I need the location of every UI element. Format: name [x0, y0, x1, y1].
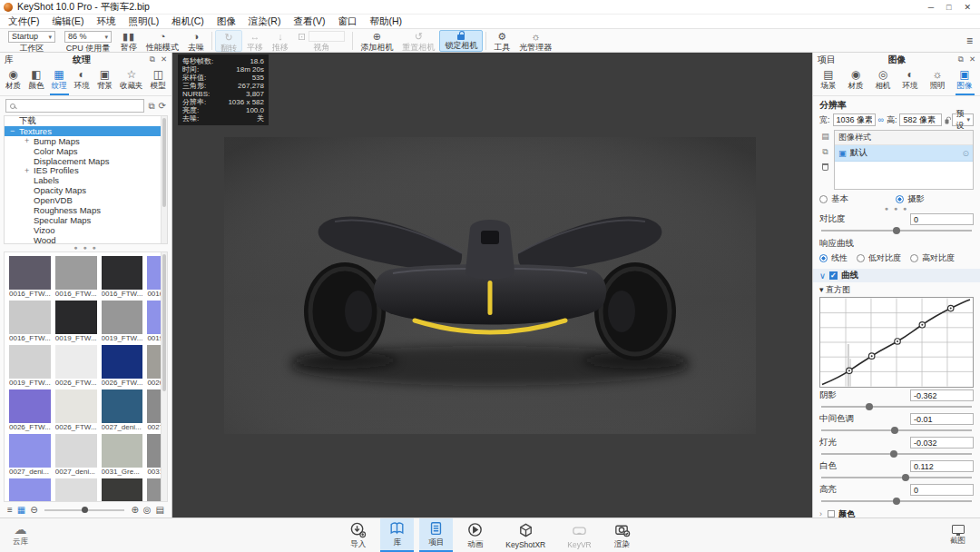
tree-item[interactable]: Roughness Maps	[5, 205, 167, 215]
realtime-viewport[interactable]: 每秒帧数:18.6时间:18m 20s采样值:535三角形:267,278NUR…	[172, 53, 812, 518]
image-style-item-default[interactable]: ▣ 默认 ⊙	[835, 145, 973, 162]
minimize-button[interactable]: ─	[928, 3, 934, 12]
close-icon[interactable]: ✕	[161, 54, 167, 64]
reset-camera-button[interactable]: ↺ 重置相机	[397, 30, 439, 52]
tab-camera[interactable]: ◎相机	[874, 68, 893, 95]
tab-textures[interactable]: ▦纹理	[50, 68, 69, 95]
splitter-handle[interactable]: ● ● ●	[0, 244, 172, 251]
zoom-out-icon[interactable]: ⊖	[30, 505, 37, 515]
slider-value-field[interactable]: -0.362	[910, 389, 974, 401]
thumbnail-size-slider[interactable]	[44, 509, 125, 511]
tab-environment[interactable]: ◐环境	[901, 68, 920, 95]
slider-track[interactable]	[821, 426, 972, 435]
cpu-usage-dropdown[interactable]: 86 %▾ CPU 使用量	[60, 30, 116, 52]
performance-mode-button[interactable]: ◔ 性能模式	[142, 30, 183, 52]
section-handle[interactable]: ● ● ●	[819, 205, 974, 212]
tree-item[interactable]: +IES Profiles	[5, 165, 167, 175]
light-manager-button[interactable]: ☼ 光管理器	[514, 30, 556, 52]
tab-favorites[interactable]: ☆收藏夹	[118, 68, 145, 95]
delete-style-icon[interactable]	[822, 163, 828, 171]
pause-button[interactable]: ▮▮ 暂停	[116, 30, 142, 52]
tree-item[interactable]: 下载	[5, 116, 167, 126]
tab-colors[interactable]: ◧颜色	[26, 68, 45, 95]
menu-item[interactable]: 环境	[90, 15, 122, 28]
tab-backplates[interactable]: ▣背景	[95, 68, 114, 95]
radio-photographic[interactable]	[896, 195, 904, 203]
texture-tile[interactable]	[55, 478, 97, 501]
tab-scene[interactable]: ▤场景	[819, 68, 838, 95]
menu-item[interactable]: 窗口	[331, 15, 363, 28]
workspace-dropdown[interactable]: Startup▾ 工作区	[4, 30, 60, 52]
tab-material[interactable]: ◉材质	[847, 68, 866, 95]
menu-item[interactable]: 文件(F)	[2, 15, 45, 28]
slider-track[interactable]	[821, 449, 972, 458]
texture-tile[interactable]: 0027_deni...	[102, 389, 143, 432]
tree-item[interactable]: Specular Maps	[5, 215, 167, 225]
pan-button[interactable]: ↔ 平移	[242, 30, 268, 52]
texture-tile[interactable]	[9, 478, 51, 501]
refresh-icon[interactable]: ⟳	[159, 101, 166, 111]
duplicate-style-icon[interactable]: ⧉	[822, 147, 828, 157]
menu-item[interactable]: 图像	[211, 15, 242, 28]
slider-track[interactable]	[821, 473, 972, 482]
texture-tile[interactable]: 0026_FTW...	[55, 389, 97, 432]
texture-tile[interactable]: 0016_FTW...	[9, 301, 51, 343]
keyshotxr-button[interactable]: KeyShotXR	[497, 518, 554, 552]
texture-tile[interactable]: 0026_FTW...	[9, 389, 51, 432]
slider-value-field[interactable]: -0.032	[910, 437, 974, 448]
link-icon[interactable]: ∞	[878, 115, 884, 124]
width-field[interactable]	[833, 113, 876, 126]
preset-dropdown[interactable]: 预设▾	[952, 113, 974, 126]
tree-item[interactable]: Labels	[5, 175, 167, 185]
tree-expander-icon[interactable]: +	[24, 166, 34, 175]
menu-item[interactable]: 渲染(R)	[242, 15, 288, 28]
texture-tile[interactable]: 0016_FTW...	[102, 256, 143, 299]
tab-image[interactable]: ▣图像	[956, 68, 975, 95]
denoise-button[interactable]: ◑ 去噪	[183, 30, 209, 52]
keyvr-button[interactable]: KeyVR	[559, 518, 599, 552]
radio-basic[interactable]	[819, 195, 828, 203]
texture-tile[interactable]: 0026_FTW...	[102, 345, 143, 388]
import-button[interactable]: 导入	[341, 518, 375, 552]
tools-button[interactable]: ⚙ 工具	[489, 30, 514, 52]
menu-item[interactable]: 编辑(E)	[45, 15, 90, 28]
add-camera-button[interactable]: ⊕ 添加相机	[356, 30, 397, 52]
dolly-button[interactable]: ↓ 推移	[268, 30, 293, 52]
tree-expander-icon[interactable]: +	[24, 136, 34, 145]
menu-item[interactable]: 帮助(H)	[363, 15, 408, 28]
close-button[interactable]: ✕	[964, 3, 971, 12]
library-folder-icon[interactable]: ▤	[156, 505, 164, 515]
texture-scrollbar[interactable]	[161, 252, 167, 501]
fov-field[interactable]	[309, 31, 345, 42]
response-option[interactable]: 低对比度	[857, 252, 901, 264]
new-style-icon[interactable]: ▤	[821, 132, 829, 141]
tree-item[interactable]: −Textures	[5, 126, 167, 136]
response-option[interactable]: 线性	[819, 252, 848, 264]
slider-value-field[interactable]: 0	[910, 484, 974, 496]
response-option[interactable]: 高对比度	[910, 252, 955, 264]
texture-tile[interactable]: 0026_FTW...	[55, 345, 97, 388]
tree-item[interactable]: +Bump Maps	[5, 136, 167, 146]
menu-item[interactable]: 相机(C)	[165, 15, 211, 28]
close-icon[interactable]: ✕	[969, 54, 975, 64]
tab-models[interactable]: ◫模型	[149, 68, 168, 95]
import-folder-icon[interactable]: ⧉	[148, 101, 154, 112]
zoom-in-icon[interactable]: ⊕	[131, 505, 138, 515]
tree-item[interactable]: Color Maps	[5, 146, 167, 156]
float-panel-icon[interactable]: ⧉	[958, 54, 964, 64]
lock-icon[interactable]	[946, 119, 949, 123]
tree-item[interactable]: Wood	[5, 235, 167, 244]
tree-item[interactable]: Vizoo	[5, 225, 167, 235]
tree-item[interactable]: Displacement Maps	[5, 156, 167, 166]
height-field[interactable]	[899, 113, 942, 126]
texture-tile[interactable]: 0019_FTW...	[55, 301, 97, 343]
render-region[interactable]	[224, 137, 756, 434]
contrast-field[interactable]: 0	[910, 213, 974, 225]
float-panel-icon[interactable]: ⧉	[150, 54, 155, 64]
texture-tile[interactable]: 0027_deni...	[9, 434, 51, 477]
render-button[interactable]: 渲染	[605, 518, 639, 552]
slider-track[interactable]	[821, 402, 972, 411]
library-button[interactable]: 库	[380, 518, 414, 552]
maximize-button[interactable]: □	[946, 3, 951, 12]
chevron-down-icon[interactable]: ∨	[819, 271, 826, 281]
